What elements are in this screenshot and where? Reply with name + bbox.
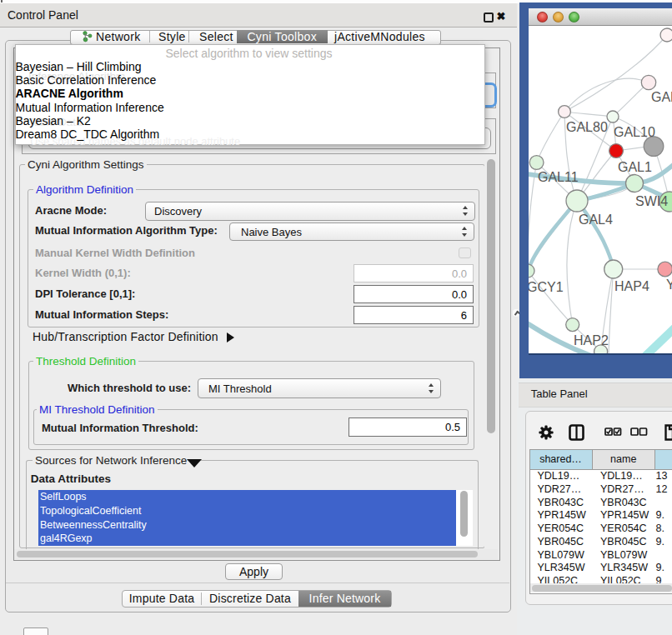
svg-text:GCY1: GCY1: [529, 280, 564, 294]
svg-text:HAP4: HAP4: [614, 278, 649, 292]
svg-text:HAP2: HAP2: [574, 332, 609, 347]
svg-text:SWI4: SWI4: [635, 193, 668, 208]
svg-text:GAL80: GAL80: [566, 119, 608, 133]
svg-text:GAL2: GAL2: [651, 90, 672, 104]
svg-text:GAL11: GAL11: [538, 170, 579, 184]
svg-text:GAL1: GAL1: [618, 160, 652, 174]
svg-text:GAL10: GAL10: [614, 125, 655, 139]
svg-text:GAL4: GAL4: [579, 212, 613, 227]
svg-text:Y: Y: [666, 278, 672, 292]
